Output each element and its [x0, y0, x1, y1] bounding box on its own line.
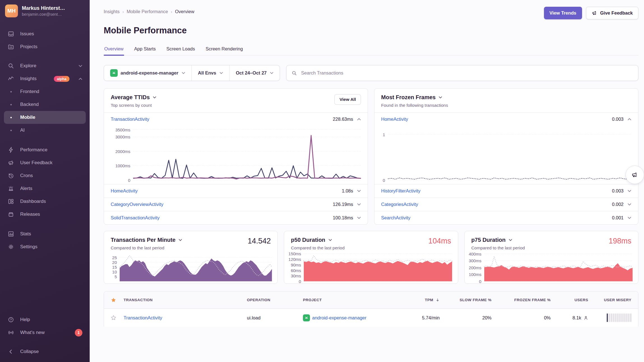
average-ttids-title-dropdown[interactable]: Average TTIDs [111, 94, 156, 101]
chevron-down-icon[interactable] [357, 190, 361, 192]
nav-divider [0, 53, 90, 59]
chevron-up-icon [78, 78, 82, 80]
sidebar-item-stats[interactable]: Stats [4, 228, 86, 240]
sidebar-bottom: ? Help What's new 1 Collapse [0, 313, 90, 362]
sidebar-item-releases[interactable]: Releases [4, 208, 86, 221]
chevron-up-icon[interactable] [357, 118, 361, 120]
transaction-link[interactable]: HistoryFilterActivity [381, 188, 420, 194]
sidebar-collapse-button[interactable]: Collapse [4, 345, 86, 358]
frozen-row: SearchActivity 0.001 [374, 211, 638, 224]
sidebar-item-label: Alerts [20, 186, 32, 191]
sidebar-item-performance[interactable]: Performance [4, 143, 86, 156]
p75-title-dropdown[interactable]: p75 Duration [471, 237, 525, 243]
row-value: 100.18ms [333, 215, 353, 221]
user-info: Markus Hinterst… benjamin.coe@sent… [22, 5, 65, 17]
dashboards-icon [7, 198, 15, 205]
chevron-down-icon [328, 239, 332, 241]
project-link[interactable]: android-expense-manager [312, 315, 367, 321]
p75-chart-plot [484, 253, 633, 281]
chevron-down-icon [179, 239, 182, 241]
sidebar-item-insights[interactable]: Insights alpha [4, 72, 86, 85]
sidebar-item-help[interactable]: ? Help [4, 313, 86, 326]
sidebar-item-projects[interactable]: Projects [4, 40, 86, 53]
sidebar-item-crons[interactable]: Crons [4, 169, 86, 182]
chevron-down-icon[interactable] [627, 203, 631, 206]
sort-descending-icon [435, 298, 440, 302]
megaphone-icon [592, 10, 597, 16]
p75-value: 198ms [609, 237, 631, 245]
sidebar-item-label: Frontend [20, 89, 39, 94]
breadcrumb-insights[interactable]: Insights [104, 9, 120, 14]
column-header-users[interactable]: USERS [552, 298, 590, 302]
panel-subtitle: Top screens by count [111, 103, 156, 108]
transaction-link[interactable]: SearchActivity [381, 215, 411, 221]
insights-icon [7, 75, 15, 82]
sidebar-item-whats-new[interactable]: What's new 1 [4, 326, 86, 339]
page-filters: android-expense-manager All Envs Oct 24–… [104, 65, 280, 81]
column-header-frozen-frame[interactable]: FROZEN FRAME % [493, 298, 552, 302]
search-transactions-input[interactable] [300, 70, 633, 76]
column-header-transaction[interactable]: TRANSACTION [122, 298, 245, 302]
sidebar-item-frontend[interactable]: Frontend [4, 85, 86, 98]
transaction-link[interactable]: TransactionActivity [124, 315, 162, 321]
chevron-down-icon[interactable] [627, 190, 631, 192]
transaction-link[interactable]: CategoriesActivity [381, 202, 418, 207]
breadcrumb-mobile-performance[interactable]: Mobile Performance [127, 9, 168, 14]
whats-new-count-badge: 1 [75, 329, 82, 337]
chevron-up-icon[interactable] [627, 118, 631, 120]
give-feedback-button[interactable]: Give Feedback [586, 7, 638, 19]
view-trends-button[interactable]: View Trends [544, 7, 582, 19]
help-icon: ? [7, 316, 15, 323]
ttid-row: CategoryOverviewActivity 126.19ms [104, 198, 368, 211]
most-frozen-frames-title-dropdown[interactable]: Most Frozen Frames [381, 94, 448, 101]
chevron-down-icon[interactable] [357, 217, 361, 219]
star-outline-icon [111, 315, 116, 321]
tab-app-starts[interactable]: App Starts [134, 46, 156, 55]
sidebar-item-mobile[interactable]: Mobile [4, 111, 86, 124]
sidebar-item-explore[interactable]: Explore [4, 59, 86, 72]
transaction-link[interactable]: SolidTransactionActivity [111, 215, 160, 221]
transaction-link[interactable]: CategoryOverviewActivity [111, 202, 163, 207]
tpm-title-dropdown[interactable]: Transactions Per Minute [111, 237, 182, 243]
y-axis-labels: 3500ms3000ms2000ms1000ms0 [104, 127, 133, 180]
project-selector[interactable]: android-expense-manager [104, 65, 191, 81]
star-toggle[interactable] [104, 315, 122, 321]
sidebar-item-user-feedback[interactable]: User Feedback [4, 156, 86, 169]
column-header-user-misery[interactable]: USER MISERY [590, 298, 638, 302]
column-header-operation[interactable]: OPERATION [245, 298, 301, 302]
transaction-link[interactable]: HomeActivity [381, 117, 408, 122]
panels-row: Average TTIDs Top screens by count View … [104, 88, 638, 225]
bullet-icon [7, 130, 15, 131]
column-header-project[interactable]: PROJECT [301, 298, 405, 302]
sidebar-item-backend[interactable]: Backend [4, 98, 86, 111]
sidebar-item-dashboards[interactable]: Dashboards [4, 195, 86, 208]
column-header-tpm[interactable]: TPM [405, 298, 441, 302]
row-value: 1.08s [342, 188, 353, 194]
sidebar-item-settings[interactable]: Settings [4, 240, 86, 253]
chevron-down-icon[interactable] [357, 203, 361, 206]
user-menu[interactable]: MH Markus Hinterst… benjamin.coe@sent… [0, 0, 90, 21]
average-ttids-panel: Average TTIDs Top screens by count View … [104, 88, 368, 225]
sidebar-item-alerts[interactable]: Alerts [4, 182, 86, 195]
transaction-link[interactable]: TransactionActivity [111, 117, 149, 122]
sidebar-item-ai[interactable]: AI [4, 124, 86, 137]
users-cell: 8.1k [552, 315, 590, 321]
tab-overview[interactable]: Overview [104, 46, 124, 55]
date-range-selector[interactable]: Oct 24–Oct 27 [229, 65, 280, 81]
sidebar-item-issues[interactable]: Issues [4, 27, 86, 40]
floating-feedback-button[interactable] [626, 166, 644, 184]
collapse-group: Collapse [0, 339, 90, 362]
chevron-down-icon[interactable] [627, 217, 631, 219]
column-header-slow-frame[interactable]: SLOW FRAME % [441, 298, 493, 302]
tab-screen-loads[interactable]: Screen Loads [166, 46, 196, 55]
projects-icon [7, 43, 15, 50]
star-column-header[interactable] [104, 297, 122, 303]
svg-text:?: ? [10, 318, 12, 321]
row-value: 0.001 [612, 215, 624, 221]
environment-selector[interactable]: All Envs [191, 65, 229, 81]
transaction-link[interactable]: HomeActivity [111, 188, 138, 194]
view-all-button[interactable]: View All [334, 94, 361, 105]
tab-screen-rendering[interactable]: Screen Rendering [205, 46, 244, 55]
p50-title-dropdown[interactable]: p50 Duration [291, 237, 344, 243]
frozen-row: HistoryFilterActivity 0.003 [374, 184, 638, 198]
